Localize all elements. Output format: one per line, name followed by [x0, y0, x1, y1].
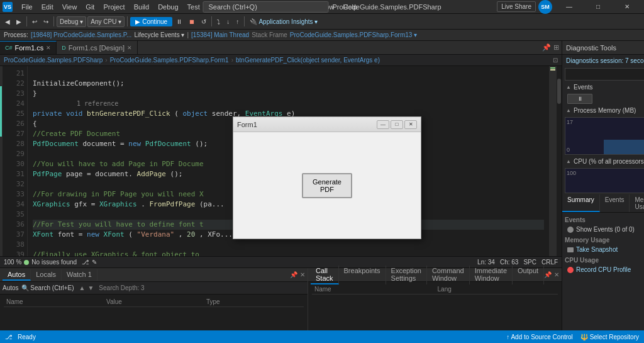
callstack-pin-icon[interactable]: 📌: [544, 271, 552, 278]
tab-callstack[interactable]: Call Stack: [311, 266, 339, 284]
thread-link[interactable]: [15384] Main Thread: [191, 31, 249, 38]
tab-pin-icon[interactable]: 📌: [542, 43, 551, 52]
tab-close-2[interactable]: ✕: [127, 45, 132, 51]
app-insights-btn[interactable]: 🔌 Application Insights ▾: [247, 17, 320, 26]
menu-project[interactable]: Project: [99, 2, 128, 12]
menu-edit[interactable]: Edit: [38, 2, 57, 12]
tab-split-icon[interactable]: ⊞: [553, 43, 559, 52]
tab-memory-usage[interactable]: Memory Usage: [630, 194, 644, 212]
memory-fill-bar: [604, 140, 644, 154]
menu-debug[interactable]: Debug: [154, 2, 182, 12]
form1-title: Form1: [237, 121, 257, 128]
stack-file-link[interactable]: ProCodeGuide.Samples.PDFSharp.Form13 ▾: [290, 31, 417, 38]
tab-immediate-window[interactable]: Immediate Window: [470, 266, 513, 284]
tab-autos[interactable]: Autos: [3, 269, 31, 281]
toolbar-redo-btn[interactable]: ↪: [41, 17, 51, 26]
tab-watch1[interactable]: Watch 1: [62, 269, 97, 281]
step-out-btn[interactable]: ↑: [233, 17, 242, 26]
menu-git[interactable]: Git: [82, 2, 98, 12]
tab-summary[interactable]: Summary: [562, 194, 600, 212]
autos-header: Name Value Type: [4, 297, 304, 307]
cpu-max-label: 100: [567, 170, 576, 176]
breadcrumb-method[interactable]: btnGeneratePDF_Click(object sender, Even…: [236, 57, 380, 64]
search-up-icon[interactable]: ▲: [79, 284, 86, 291]
cpu-dropdown[interactable]: Any CPU ▾: [87, 16, 125, 27]
process-bar: Process: [19848] ProCodeGuide.Samples.P.…: [0, 30, 644, 41]
crlf-indicator[interactable]: CRLF: [541, 259, 558, 266]
tab-command-window[interactable]: Command Window: [427, 266, 470, 284]
panel-pin-icon[interactable]: 📌: [290, 271, 297, 278]
tab-form1design[interactable]: D Form1.cs [Design] ✕: [57, 41, 138, 54]
maximize-btn[interactable]: □: [584, 0, 613, 14]
char-num: Ch: 63: [500, 259, 518, 266]
user-avatar[interactable]: SM: [538, 0, 552, 14]
continue-btn[interactable]: ▶ Continue: [130, 17, 172, 26]
bottom-left-tabs: Autos Locals Watch 1 📌 ✕: [0, 268, 308, 282]
panel-close-icon[interactable]: ✕: [300, 271, 305, 278]
breadcrumb-ns[interactable]: ProCodeGuide.Samples.PDFSharp: [4, 57, 103, 64]
config-dropdown[interactable]: Debug ▾: [57, 16, 86, 27]
form1-minimize-btn[interactable]: —: [377, 120, 389, 129]
record-cpu-btn[interactable]: Record CPU Profile: [565, 265, 644, 274]
events-section[interactable]: ▲ Events: [562, 82, 644, 93]
code-line-37: //Finally use XGraphics & font object to: [33, 250, 544, 256]
menu-build[interactable]: Build: [130, 2, 153, 12]
step-over-btn[interactable]: ⤵: [214, 17, 223, 26]
form1-close-btn[interactable]: ✕: [404, 120, 417, 129]
tab-breakpoints[interactable]: Breakpoints: [339, 266, 386, 284]
callstack-close-icon[interactable]: ✕: [554, 271, 559, 278]
show-events-item[interactable]: Show Events (0 of 0): [565, 225, 644, 234]
vertical-scrollbar[interactable]: [557, 66, 562, 256]
tab-locals[interactable]: Locals: [31, 269, 62, 281]
zoom-level[interactable]: 100 %: [4, 259, 21, 266]
toolbar-back-btn[interactable]: ◀: [3, 17, 13, 26]
tab-close-1[interactable]: ✕: [46, 45, 51, 51]
pause-btn[interactable]: ⏸: [174, 17, 185, 26]
search-down-icon[interactable]: ▼: [87, 284, 94, 291]
search-box-autos[interactable]: 🔍 Search (Ctrl+E): [21, 284, 74, 291]
process-label: Process:: [4, 31, 28, 38]
toolbar-forward-btn[interactable]: ▶: [14, 17, 24, 26]
tab-output[interactable]: Output: [513, 266, 544, 284]
breadcrumb-expand[interactable]: ⊡: [553, 57, 558, 64]
change-indicator-2: [550, 69, 555, 70]
cpu-section[interactable]: ▲ CPU (% of all processors): [562, 156, 644, 167]
menu-test[interactable]: Test: [184, 2, 204, 12]
status-git-icon[interactable]: ⎇: [5, 334, 13, 340]
lifecycle-dropdown[interactable]: Lifecycle Events ▾: [134, 31, 184, 38]
title-bar: VS File Edit View Git Project Build Debu…: [0, 0, 644, 14]
restart-btn[interactable]: ↺: [199, 17, 209, 26]
process-link[interactable]: [19848] ProCodeGuide.Samples.P...: [31, 31, 131, 38]
menu-view[interactable]: View: [58, 2, 81, 12]
stop-btn[interactable]: ⏹: [186, 17, 197, 26]
timeline-bar[interactable]: 10s: [565, 68, 644, 81]
events-pause-btn[interactable]: ⏸: [567, 94, 592, 104]
diagnostic-session: Diagnostics session: 7 seconds: [562, 55, 644, 67]
title-search[interactable]: Search (Ctrl+Q): [203, 1, 328, 13]
col-type: Type: [204, 298, 304, 305]
select-repo-btn[interactable]: 🔱 Select Repository: [580, 334, 639, 340]
generate-pdf-btn[interactable]: GeneratePDF: [302, 173, 352, 198]
add-source-btn[interactable]: ↑ Add to Source Control: [506, 334, 573, 340]
tab-exception-settings[interactable]: Exception Settings: [386, 266, 427, 284]
step-into-btn[interactable]: ↓: [224, 17, 232, 26]
spc-indicator[interactable]: SPC: [523, 259, 536, 266]
toolbar-sep2: [53, 16, 54, 26]
callstack-col-lang: Lang: [435, 286, 558, 293]
tab-events[interactable]: Events: [600, 194, 630, 212]
take-snapshot-btn[interactable]: Take Snapshot: [565, 245, 644, 254]
status-bar-right: ↑ Add to Source Control 🔱 Select Reposit…: [506, 334, 639, 340]
repo-icon: 🔱: [580, 334, 588, 340]
diagnostic-body: Events Show Events (0 of 0) Memory Usage…: [562, 213, 644, 343]
minimize-btn[interactable]: —: [555, 0, 584, 14]
memory-section[interactable]: ▲ Process Memory (MB) ▼ P: [562, 105, 644, 116]
form1-maximize-btn[interactable]: □: [391, 120, 403, 129]
depth-label: Search Depth: 3: [99, 284, 144, 291]
toolbar-undo-btn[interactable]: ↩: [30, 17, 40, 26]
tab-form1cs[interactable]: C# Form1.cs ✕: [0, 41, 57, 54]
live-share-btn[interactable]: Live Share: [497, 1, 536, 12]
menu-file[interactable]: File: [18, 2, 36, 12]
breadcrumb-class[interactable]: ProCodeGuide.Samples.PDFSharp.Form1: [110, 57, 229, 64]
scrollbar-thumb[interactable]: [557, 79, 561, 104]
close-btn[interactable]: ✕: [613, 0, 641, 14]
